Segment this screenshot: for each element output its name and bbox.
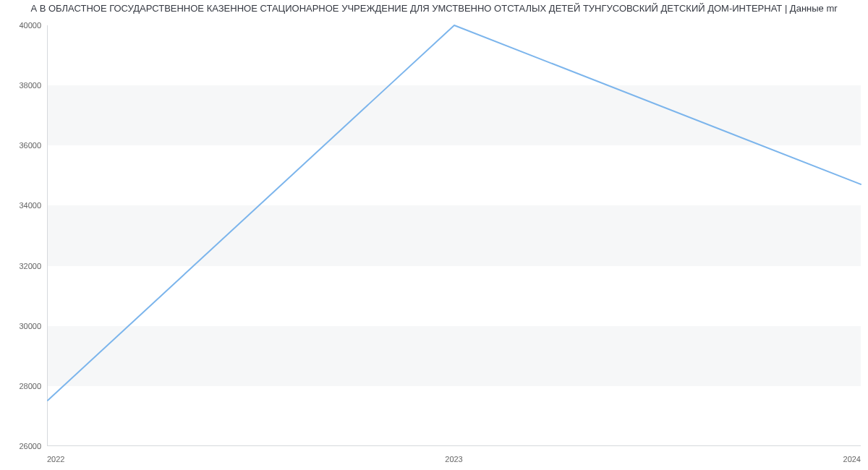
y-tick-label: 30000 <box>19 322 41 330</box>
y-tick-label: 26000 <box>19 442 41 450</box>
y-tick-label: 38000 <box>19 81 41 90</box>
y-axis: 2600028000300003200034000360003800040000 <box>0 20 47 468</box>
x-tick-label: 2024 <box>843 455 861 463</box>
y-tick-label: 28000 <box>19 382 41 390</box>
chart-area: 2600028000300003200034000360003800040000… <box>0 20 868 468</box>
x-tick-label: 2023 <box>445 455 462 463</box>
x-axis: 202220232024 <box>47 450 861 468</box>
y-tick-label: 36000 <box>19 141 41 150</box>
line-series <box>48 25 861 445</box>
y-tick-label: 40000 <box>19 21 41 30</box>
y-tick-label: 32000 <box>19 262 41 270</box>
y-tick-label: 34000 <box>19 201 41 210</box>
series-path <box>48 25 861 401</box>
x-tick-label: 2022 <box>47 455 64 463</box>
plot-area <box>47 25 861 446</box>
chart-title: А В ОБЛАСТНОЕ ГОСУДАРСТВЕННОЕ КАЗЕННОЕ С… <box>0 0 868 20</box>
